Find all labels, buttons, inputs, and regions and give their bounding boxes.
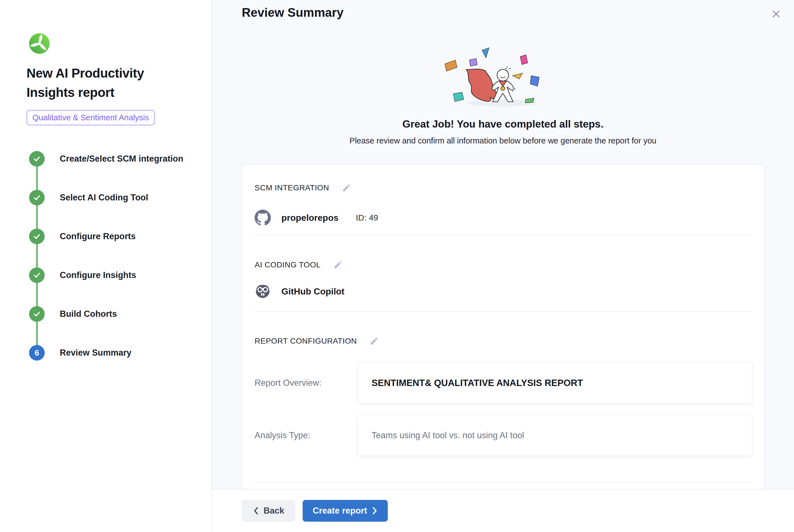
step-configure-insights[interactable]: Configure Insights	[29, 267, 194, 283]
chevron-left-icon	[253, 507, 259, 515]
step-label: Configure Reports	[60, 231, 136, 242]
analysis-type-row: Analysis Type: Teams using AI tool vs. n…	[254, 415, 752, 456]
back-button[interactable]: Back	[242, 500, 296, 522]
analysis-type-value-box: Teams using AI tool vs. not using AI too…	[358, 415, 752, 456]
report-section-header: REPORT CONFIGURATION	[254, 336, 752, 347]
back-button-label: Back	[264, 506, 284, 516]
tool-section-label: AI CODING TOOL	[254, 261, 321, 269]
step-number-badge: 6	[29, 345, 45, 361]
edit-report-pencil-icon[interactable]	[368, 336, 380, 347]
section-divider	[254, 235, 752, 235]
step-configure-reports[interactable]: Configure Reports	[29, 229, 194, 244]
congrats-subtitle: Please review and confirm all informatio…	[212, 136, 794, 146]
step-check-icon	[29, 267, 45, 283]
new-report-wizard: New AI Productivity Insights report Qual…	[0, 0, 794, 532]
section-divider	[254, 311, 752, 312]
step-label: Review Summary	[60, 348, 132, 358]
wizard-steps: Create/Select SCM integration Select AI …	[29, 151, 194, 361]
analysis-type-label: Analysis Type:	[254, 431, 358, 440]
tool-section-header: AI CODING TOOL	[254, 259, 752, 270]
page-title: Review Summary	[242, 5, 343, 20]
step-label: Build Cohorts	[60, 309, 117, 319]
report-overview-value-box: SENTIMENT& QUALITATIVE ANALYSIS REPORT	[358, 363, 752, 403]
step-label: Create/Select SCM integration	[60, 154, 184, 164]
report-overview-label: Report Overview:	[254, 378, 358, 388]
congrats-title: Great Job! You have completed all steps.	[212, 118, 794, 130]
github-copilot-icon	[254, 283, 271, 300]
create-report-label: Create report	[313, 506, 367, 516]
section-divider	[254, 482, 752, 482]
scm-integration-id: ID: 49	[356, 213, 378, 223]
edit-tool-pencil-icon[interactable]	[332, 259, 343, 270]
github-octocat-icon	[254, 210, 271, 226]
wizard-footer: Back Create report	[212, 489, 794, 532]
report-overview-row: Report Overview: SENTIMENT& QUALITATIVE …	[254, 363, 752, 403]
analysis-type-badge: Qualitative & Sentiment Analysis	[26, 110, 155, 125]
celebration-illustration	[428, 41, 579, 111]
summary-card: SCM INTEGRATION propelorepos ID: 49 AI C…	[242, 164, 765, 517]
scm-integration-row: propelorepos ID: 49	[254, 210, 752, 226]
scm-integration-name: propelorepos	[281, 213, 338, 223]
step-label: Select AI Coding Tool	[60, 193, 148, 203]
edit-scm-pencil-icon[interactable]	[341, 182, 352, 193]
create-report-button[interactable]: Create report	[303, 500, 388, 522]
step-check-icon	[29, 229, 45, 244]
ai-tool-row: GitHub Copilot	[254, 283, 752, 300]
step-number: 6	[35, 348, 39, 358]
congrats-section: Great Job! You have completed all steps.…	[212, 41, 794, 146]
analysis-type-value: Teams using AI tool vs. not using AI too…	[372, 431, 524, 440]
scm-section-label: SCM INTEGRATION	[254, 183, 329, 192]
report-overview-value: SENTIMENT& QUALITATIVE ANALYSIS REPORT	[372, 378, 583, 388]
step-label: Configure Insights	[60, 270, 136, 280]
report-section-label: REPORT CONFIGURATION	[254, 337, 357, 345]
wizard-title: New AI Productivity Insights report	[26, 64, 194, 102]
step-check-icon	[29, 190, 45, 205]
step-check-icon	[29, 306, 45, 322]
step-create-select-scm[interactable]: Create/Select SCM integration	[29, 151, 194, 167]
chevron-right-icon	[372, 507, 378, 515]
steps-connector-line	[36, 159, 38, 353]
wizard-sidebar: New AI Productivity Insights report Qual…	[0, 0, 212, 532]
close-icon[interactable]	[770, 7, 783, 21]
panel-header: Review Summary	[212, 0, 794, 26]
propelo-logo-icon	[29, 33, 50, 54]
step-build-cohorts[interactable]: Build Cohorts	[29, 306, 194, 322]
step-select-ai-tool[interactable]: Select AI Coding Tool	[29, 190, 194, 205]
step-review-summary[interactable]: 6 Review Summary	[29, 345, 194, 361]
review-summary-panel: Review Summary	[212, 0, 794, 532]
step-check-icon	[29, 151, 45, 167]
ai-tool-name: GitHub Copilot	[281, 286, 344, 297]
scm-section-header: SCM INTEGRATION	[254, 182, 752, 193]
